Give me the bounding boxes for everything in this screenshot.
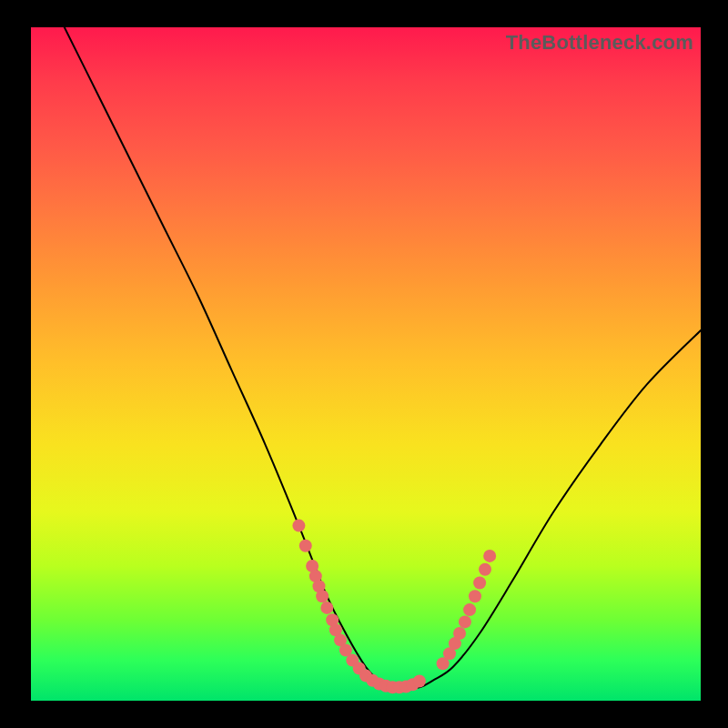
marker-dot [483, 550, 496, 562]
marker-dot [413, 675, 426, 688]
marker-dot [292, 520, 305, 532]
marker-dot [316, 590, 329, 602]
chart-overlay [31, 27, 701, 701]
curve-markers [292, 520, 496, 694]
marker-dot [463, 603, 476, 616]
marker-dot [473, 577, 486, 590]
marker-dot [453, 627, 466, 640]
bottleneck-curve [65, 27, 701, 688]
marker-dot [469, 590, 481, 602]
marker-dot [459, 615, 471, 628]
marker-dot [299, 540, 312, 552]
marker-dot [479, 563, 491, 576]
plot-area: TheBottleneck.com [31, 27, 701, 701]
chart-stage: TheBottleneck.com [0, 0, 728, 728]
marker-dot [320, 602, 333, 614]
